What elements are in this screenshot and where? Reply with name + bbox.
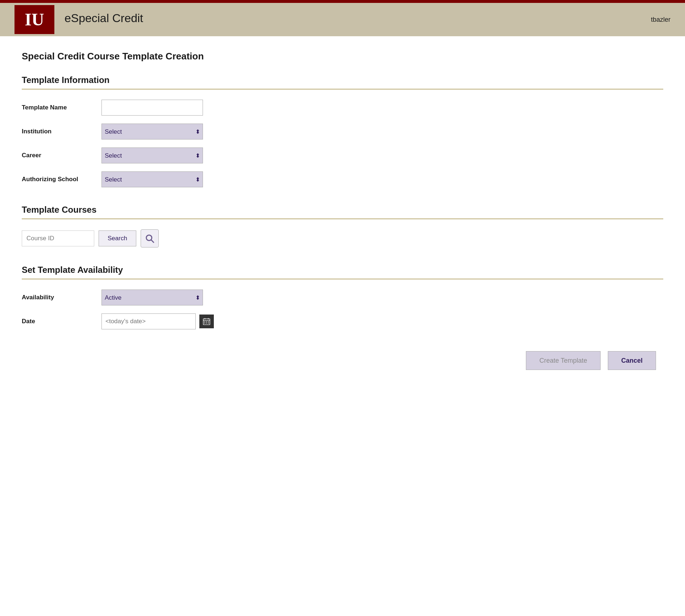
course-id-input[interactable] (22, 230, 94, 246)
logo-box: IU (14, 5, 54, 34)
cancel-button[interactable]: Cancel (608, 351, 656, 370)
set-template-availability-section: Set Template Availability Availability A… (22, 265, 663, 329)
date-label: Date (22, 318, 101, 325)
search-icon-button[interactable] (141, 229, 159, 247)
template-courses-title: Template Courses (22, 205, 663, 219)
page-title: Special Credit Course Template Creation (22, 51, 663, 62)
search-icon (145, 233, 155, 244)
app-title: eSpecial Credit (65, 12, 143, 25)
svg-line-1 (151, 240, 154, 243)
authorizing-school-row: Authorizing School Select (22, 171, 663, 187)
course-search-row: Search (22, 229, 663, 247)
institution-row: Institution Select (22, 124, 663, 140)
create-template-button[interactable]: Create Template (526, 351, 601, 370)
institution-select[interactable]: Select (101, 124, 203, 140)
availability-row: Availability Active (22, 290, 663, 305)
set-template-availability-title: Set Template Availability (22, 265, 663, 279)
svg-rect-7 (206, 321, 207, 322)
template-information-title: Template Information (22, 75, 663, 90)
header: IU eSpecial Credit tbazler (0, 0, 685, 36)
availability-select[interactable]: Active (101, 290, 203, 305)
logo-icon: IU (25, 11, 44, 28)
svg-rect-6 (204, 321, 206, 322)
date-row: Date (22, 313, 663, 329)
career-label: Career (22, 152, 101, 159)
calendar-icon (203, 317, 211, 325)
svg-rect-10 (206, 323, 207, 324)
availability-select-wrapper: Active (101, 290, 203, 305)
svg-point-0 (146, 235, 152, 241)
bottom-actions: Create Template Cancel (22, 351, 663, 370)
template-name-label: Template Name (22, 104, 101, 111)
availability-label: Availability (22, 294, 101, 301)
template-name-input[interactable] (101, 100, 203, 116)
authorizing-school-select[interactable]: Select (101, 171, 203, 187)
career-select-wrapper: Select (101, 147, 203, 163)
institution-select-wrapper: Select (101, 124, 203, 140)
username: tbazler (651, 16, 671, 24)
date-input[interactable] (101, 313, 196, 329)
svg-rect-9 (204, 323, 206, 324)
template-courses-section: Template Courses Search (22, 205, 663, 247)
authorizing-school-label: Authorizing School (22, 176, 101, 183)
career-row: Career Select (22, 147, 663, 163)
main-content: Special Credit Course Template Creation … (0, 36, 685, 384)
template-information-section: Template Information Template Name Insti… (22, 75, 663, 187)
svg-rect-8 (208, 321, 209, 322)
career-select[interactable]: Select (101, 147, 203, 163)
calendar-icon-button[interactable] (199, 315, 214, 328)
svg-rect-11 (208, 323, 209, 324)
institution-label: Institution (22, 128, 101, 135)
search-button[interactable]: Search (99, 230, 136, 246)
authorizing-school-select-wrapper: Select (101, 171, 203, 187)
top-bar (0, 0, 685, 3)
template-name-row: Template Name (22, 100, 663, 116)
